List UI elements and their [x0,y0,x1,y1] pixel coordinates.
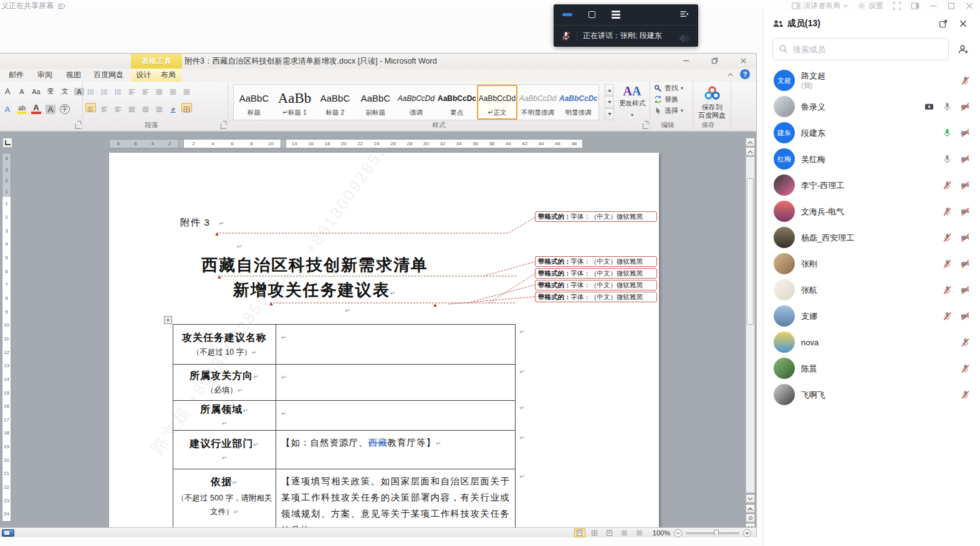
fullscreen-button[interactable] [893,2,901,10]
asian-layout-button[interactable] [154,85,165,95]
app-close-button[interactable] [965,2,974,10]
table-label-cell[interactable]: 依据↵ （不超过 500 字，请附相关文件）↵ [173,469,276,527]
meeting-menu-icon[interactable] [612,11,620,19]
tab-table-design[interactable]: 设计 [132,69,155,82]
style-item-intense-emphasis[interactable]: AaBbCcDc明显强调 [558,85,598,120]
scroll-down-button[interactable] [746,494,755,503]
camera-off-icon[interactable] [961,207,970,216]
style-item-emphasis[interactable]: AaBbCcDd强调 [396,85,436,120]
word-restore-button[interactable] [705,55,724,66]
format-callout[interactable]: 带格式的：字体：（中文）微软雅黑 [535,268,657,279]
styles-scroll-down[interactable] [605,96,614,108]
increase-indent-button[interactable] [140,85,151,95]
taskbar-app-icon[interactable] [2,529,14,537]
zoom-out-button[interactable]: − [674,529,682,537]
align-center-button[interactable] [99,103,110,112]
mic-muted-icon[interactable] [961,390,970,400]
list-item[interactable]: 文超 路文超(我) [764,67,980,93]
app-minimize-button[interactable] [929,2,938,10]
mic-speaking-icon[interactable] [943,128,952,138]
format-callout[interactable]: 带格式的：字体：（中文）微软雅黑 [535,211,657,222]
split-handle[interactable] [746,138,755,146]
vertical-scrollbar[interactable] [746,138,755,525]
select-button[interactable]: 选择▾ [654,106,693,115]
camera-off-icon[interactable] [961,102,970,112]
close-icon[interactable] [959,19,968,28]
mic-muted-icon[interactable] [943,181,952,190]
mic-muted-icon[interactable] [943,259,952,269]
table-value-cell[interactable]: ↵ [276,365,515,400]
sort-button[interactable] [168,85,178,95]
popout-icon[interactable] [939,19,948,28]
app-maximize-button[interactable] [947,2,956,10]
multilevel-list-button[interactable] [113,85,123,95]
collapse-ribbon-button[interactable] [725,70,735,79]
table-label-cell[interactable]: 所属领域↵ ↵ [173,401,276,430]
borders-button[interactable] [181,103,192,112]
mic-on-icon[interactable] [943,155,952,164]
justify-button[interactable] [127,103,137,112]
fullscreen-reading-view-button[interactable] [589,529,600,537]
format-callout[interactable]: 带格式的：字体：（中文）微软雅黑 [535,256,657,267]
format-callout[interactable]: 带格式的：字体：（中文）微软雅黑 [535,280,657,290]
change-styles-button[interactable]: AA 更改样式 ▾ [617,84,647,123]
camera-off-icon[interactable] [961,155,970,164]
table-move-handle[interactable]: + [164,316,172,324]
scrollbar-track[interactable] [746,156,755,493]
align-left-button[interactable] [85,103,96,112]
mic-muted-icon[interactable] [561,31,571,41]
style-item-subtle-emphasis[interactable]: AaBbCcDd不明显强调 [517,85,558,120]
style-item-strong[interactable]: AaBbCcDc要点 [436,85,477,120]
tab-table-layout[interactable]: 布局 [157,69,180,82]
text-effects-icon[interactable]: A [2,105,12,114]
meeting-window-icon[interactable] [588,11,595,18]
distribute-button[interactable] [140,103,151,112]
zoom-in-button[interactable]: + [743,529,751,537]
style-item-heading2[interactable]: AaBbC标题 2 [315,85,355,120]
indent-marker[interactable] [281,140,286,148]
list-item[interactable]: 张刚 [764,251,980,277]
mic-muted-icon[interactable] [961,364,970,373]
list-item[interactable]: 红梅 吴红梅 [764,146,980,172]
table-value-cell[interactable]: ↵ [276,401,515,430]
list-item[interactable]: 张航 [764,277,980,303]
style-item-title[interactable]: AaBbC标题 [234,85,274,120]
print-layout-view-button[interactable] [574,529,585,537]
list-item[interactable]: 杨磊_西安理工 [764,224,980,251]
paragraph-dialog-launcher[interactable] [221,123,226,129]
list-item[interactable]: 支娜 [764,303,980,329]
horizontal-ruler[interactable]: 8642 246810 1416182022242628303234363840… [109,139,583,148]
word-close-button[interactable] [734,55,752,66]
select-browse-object-button[interactable] [746,514,755,522]
shading-button[interactable] [168,103,178,112]
enclose-char-icon[interactable]: 字 [60,104,70,114]
list-item[interactable]: 鲁录义 [764,93,980,120]
list-item[interactable]: 建东 段建东 [764,120,980,146]
font-color-icon[interactable]: A [31,104,41,114]
styles-dialog-launcher[interactable] [643,123,648,129]
draft-view-button[interactable] [634,529,645,537]
save-to-baidu-button[interactable]: 保存到 百度网盘 [693,82,731,120]
scroll-up-button[interactable] [746,147,755,156]
list-item[interactable]: 飞啊飞 [764,381,980,408]
table-value-cell[interactable]: ↵ [276,325,515,364]
bullets-button[interactable] [85,85,96,95]
help-button[interactable]: ? [740,69,750,79]
char-border-icon[interactable]: 文 [60,87,70,96]
tab-view[interactable]: 视图 [62,69,85,82]
outline-view-button[interactable] [619,529,630,537]
list-item[interactable]: 李宁-西理工 [764,172,980,198]
table-value-cell[interactable]: 【逐项填写相关政策。如国家层面和自治区层面关于某项工作科技攻关任务的决策部署内容… [276,469,515,527]
show-marks-button[interactable] [181,85,192,95]
format-callout[interactable]: 带格式的：字体：（中文）微软雅黑 [535,292,657,302]
mic-muted-icon[interactable] [961,338,970,347]
replace-button[interactable]: 替换 [654,95,693,104]
styles-gallery-more[interactable] [605,108,614,120]
find-button[interactable]: 查找▾ [654,84,693,93]
add-member-button[interactable] [955,41,971,57]
camera-off-icon[interactable] [961,233,970,242]
change-case-icon[interactable]: Aa [31,88,41,95]
mic-muted-icon[interactable] [943,233,952,242]
previous-page-button[interactable] [746,504,755,513]
list-item[interactable]: 文海兵-电气 [764,198,980,224]
